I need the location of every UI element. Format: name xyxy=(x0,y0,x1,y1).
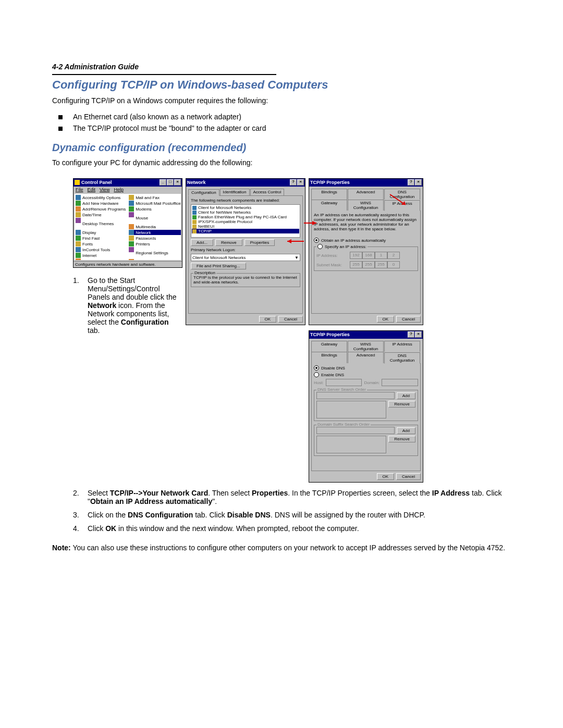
add-button[interactable]: Add... xyxy=(191,239,213,246)
close-button[interactable]: × xyxy=(415,179,422,186)
tcpip-properties-ip-dialog: TCP/IP Properties ? × Bindings Advanced … xyxy=(309,178,423,325)
tab-ip-address[interactable]: IP Address xyxy=(384,341,420,352)
ok-button[interactable]: OK xyxy=(377,316,395,323)
minimize-button[interactable]: _ xyxy=(160,179,166,186)
component-item[interactable]: NetBEUI xyxy=(192,224,299,229)
applet-label: Microsoft Mail Postoffice xyxy=(136,201,181,206)
tab-wins-configuration[interactable]: WINS Configuration xyxy=(348,200,384,211)
help-button[interactable]: ? xyxy=(408,331,414,338)
component-item[interactable]: Client for NetWare Networks xyxy=(192,210,299,215)
menu-view[interactable]: View xyxy=(100,187,109,192)
heading-dynamic: Dynamic configuration (recommended) xyxy=(52,142,511,154)
applet-icon xyxy=(76,218,81,223)
properties-button[interactable]: Properties xyxy=(244,239,275,246)
close-button[interactable]: × xyxy=(415,331,422,338)
tab-wins-configuration[interactable]: WINS Configuration xyxy=(348,341,384,352)
suffix-input[interactable] xyxy=(316,427,395,434)
radio-specify[interactable]: Specify an IP address: xyxy=(316,244,368,249)
control-panel-item[interactable]: Fonts xyxy=(76,241,126,246)
radio-enable-dns[interactable]: Enable DNS xyxy=(314,372,418,377)
step-number: 2. xyxy=(73,489,88,505)
cancel-button[interactable]: Cancel xyxy=(396,316,421,323)
control-panel-item[interactable]: Modems xyxy=(129,206,181,212)
tab-advanced[interactable]: Advanced xyxy=(348,189,384,200)
radio-disable-dns[interactable]: Disable DNS xyxy=(314,365,418,371)
control-panel-item[interactable]: Add/Remove Programs xyxy=(76,206,126,212)
help-button[interactable]: ? xyxy=(408,179,414,186)
remove-button[interactable]: Remove xyxy=(388,401,415,408)
component-icon xyxy=(192,220,197,224)
tab-bindings[interactable]: Bindings xyxy=(311,189,347,200)
control-panel-item[interactable]: Date/Time xyxy=(76,212,126,217)
header-rule xyxy=(52,74,276,75)
tab-identification[interactable]: Identification xyxy=(220,189,250,195)
dns-server-list[interactable] xyxy=(316,401,386,418)
subnet-mask-input[interactable]: 255 255 255 0 xyxy=(350,261,400,268)
components-listbox[interactable]: Client for Microsoft NetworksClient for … xyxy=(191,204,300,238)
component-icon xyxy=(192,229,197,233)
control-panel-item[interactable]: Internet xyxy=(76,253,126,258)
control-panel-item[interactable]: Joystick xyxy=(76,258,126,260)
applet-icon xyxy=(76,241,81,246)
ok-button[interactable]: OK xyxy=(259,316,277,323)
menu-edit[interactable]: Edit xyxy=(88,187,96,192)
control-panel-item[interactable]: Add New Hardware xyxy=(76,201,126,206)
control-panel-item[interactable]: Accessibility Options xyxy=(76,195,126,200)
tab-advanced[interactable]: Advanced xyxy=(348,352,384,363)
file-print-sharing-button[interactable]: File and Print Sharing... xyxy=(191,263,246,269)
menu-file[interactable]: File xyxy=(76,187,83,192)
ok-button[interactable]: OK xyxy=(377,473,395,480)
control-panel-item[interactable]: Microsoft Mail Postoffice xyxy=(129,201,181,206)
radio-obtain-auto[interactable]: Obtain an IP address automatically xyxy=(314,238,418,243)
tab-access-control[interactable]: Access Control xyxy=(250,189,285,195)
tab-gateway[interactable]: Gateway xyxy=(311,200,347,211)
close-button[interactable]: × xyxy=(174,179,181,186)
tab-dns-configuration[interactable]: DNS Configuration xyxy=(384,352,420,364)
control-panel-item[interactable]: Sounds xyxy=(129,259,181,260)
chevron-down-icon: ▼ xyxy=(295,255,299,260)
add-button[interactable]: Add xyxy=(397,427,415,434)
logon-select[interactable]: Client for Microsoft Networks ▼ xyxy=(191,254,300,261)
tab-gateway[interactable]: Gateway xyxy=(311,341,347,352)
tab-bindings[interactable]: Bindings xyxy=(311,352,347,363)
control-panel-item[interactable]: InControl Tools xyxy=(76,247,126,252)
control-panel-item[interactable]: Printers xyxy=(129,241,181,246)
ip-address-input[interactable]: 192 168 1 2 xyxy=(350,252,400,259)
host-input[interactable] xyxy=(326,379,362,386)
applet-label: Add New Hardware xyxy=(82,201,118,206)
component-item[interactable]: Client for Microsoft Networks xyxy=(192,205,299,210)
add-button[interactable]: Add xyxy=(397,392,415,399)
control-panel-item[interactable]: Regional Settings xyxy=(129,247,181,258)
help-button[interactable]: ? xyxy=(290,179,297,186)
menu-help[interactable]: Help xyxy=(114,187,124,192)
dns-server-input[interactable] xyxy=(316,392,395,399)
control-panel-item[interactable]: Passwords xyxy=(129,236,181,241)
control-panel-item[interactable]: Mail and Fax xyxy=(129,195,181,200)
applet-label: Date/Time xyxy=(82,213,102,217)
applet-icon xyxy=(76,236,81,241)
tab-dns-configuration[interactable]: DNS Configuration xyxy=(384,189,420,200)
tab-configuration[interactable]: Configuration xyxy=(188,189,219,196)
control-panel-item[interactable]: Mouse xyxy=(129,212,181,224)
remove-button[interactable]: Remove xyxy=(388,436,415,442)
control-panel-item[interactable]: Find Fast xyxy=(76,236,126,241)
component-item[interactable]: Farallon EtherWave Plug and Play PC-ISA … xyxy=(192,215,299,219)
control-panel-item[interactable]: Multimedia xyxy=(129,224,181,229)
applet-label: InControl Tools xyxy=(82,248,110,252)
cancel-button[interactable]: Cancel xyxy=(278,316,303,323)
suffix-list[interactable] xyxy=(316,436,386,453)
component-item[interactable]: TCP/IP xyxy=(192,229,299,233)
cancel-button[interactable]: Cancel xyxy=(396,473,421,480)
control-panel-item[interactable]: Network xyxy=(129,230,181,235)
component-item[interactable]: IPX/SPX-compatible Protocol xyxy=(192,219,299,224)
bullet-text: The TCP/IP protocol must be "bound" to t… xyxy=(73,124,266,132)
close-button[interactable]: × xyxy=(297,179,304,186)
remove-button[interactable]: Remove xyxy=(215,239,242,246)
domain-input[interactable] xyxy=(382,379,418,386)
control-panel-item[interactable]: Desktop Themes xyxy=(76,218,126,229)
step-number: 1. xyxy=(73,276,88,335)
tab-ip-address[interactable]: IP Address xyxy=(384,200,420,211)
bullet-text: An Ethernet card (also known as a networ… xyxy=(73,113,241,121)
maximize-button[interactable]: □ xyxy=(167,179,174,186)
control-panel-item[interactable]: Display xyxy=(76,230,126,235)
